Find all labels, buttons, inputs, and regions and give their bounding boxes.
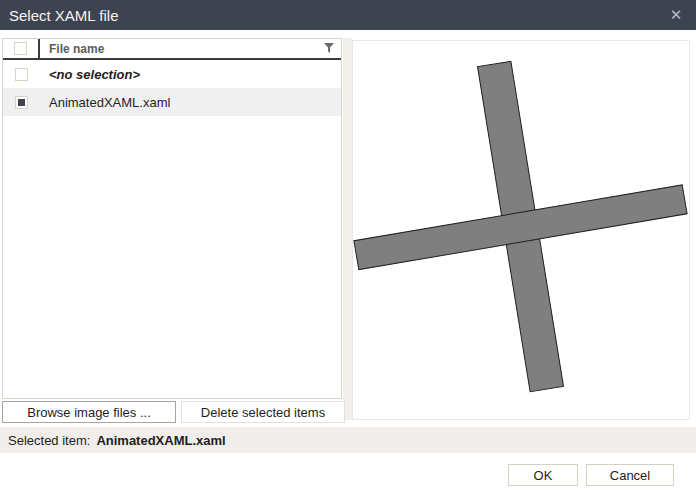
file-row-label: AnimatedXAML.xaml <box>40 95 170 110</box>
file-list-header: File name <box>3 39 341 60</box>
file-row-animatedxaml[interactable]: AnimatedXAML.xaml <box>3 88 341 116</box>
dialog-title: Select XAML file <box>0 7 119 24</box>
panel-divider <box>343 38 352 420</box>
ok-button[interactable]: OK <box>508 464 578 486</box>
close-icon[interactable]: ✕ <box>665 0 687 30</box>
filter-icon[interactable] <box>324 39 341 58</box>
x-shape-graphic <box>353 41 689 419</box>
file-name-column-header: File name <box>40 39 324 58</box>
row-checkbox[interactable] <box>15 68 28 81</box>
file-row-no-selection[interactable]: <no selection> <box>3 60 341 88</box>
dialog-titlebar: Select XAML file ✕ <box>0 0 696 30</box>
status-bar: Selected item: AnimatedXAML.xaml <box>0 427 696 453</box>
select-all-checkbox[interactable] <box>14 42 27 55</box>
selected-item-value: AnimatedXAML.xaml <box>96 433 225 448</box>
selected-item-label: Selected item: <box>8 433 90 448</box>
xaml-preview <box>352 40 690 420</box>
row-checkbox[interactable] <box>15 96 28 109</box>
delete-selected-items-button[interactable]: Delete selected items <box>181 401 345 423</box>
file-row-label: <no selection> <box>40 67 140 82</box>
cancel-button[interactable]: Cancel <box>586 464 674 486</box>
file-list: File name <no selection> AnimatedXAML.xa… <box>2 38 342 399</box>
browse-image-files-button[interactable]: Browse image files ... <box>2 401 176 423</box>
